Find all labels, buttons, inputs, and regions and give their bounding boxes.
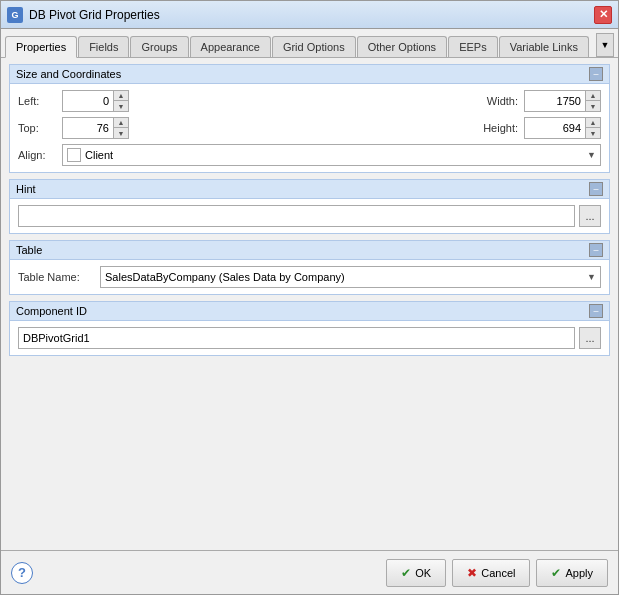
left-spin-up[interactable]: ▲	[114, 91, 128, 101]
height-spin-up[interactable]: ▲	[586, 118, 600, 128]
top-input[interactable]	[63, 118, 113, 138]
tab-dropdown-button[interactable]: ▼	[596, 33, 614, 57]
cancel-label: Cancel	[481, 567, 515, 579]
tab-grid-options[interactable]: Grid Options	[272, 36, 356, 57]
window-icon: G	[7, 7, 23, 23]
size-section-collapse[interactable]: –	[589, 67, 603, 81]
component-id-row: ...	[18, 327, 601, 349]
size-section-body: Left: ▲ ▼ Width:	[9, 84, 610, 173]
hint-section: Hint – ...	[9, 179, 610, 234]
top-spin-down[interactable]: ▼	[114, 128, 128, 138]
window-title: DB Pivot Grid Properties	[29, 8, 160, 22]
cancel-icon: ✖	[467, 566, 477, 580]
tab-fields[interactable]: Fields	[78, 36, 129, 57]
align-label: Align:	[18, 149, 56, 161]
table-name-dropdown-arrow: ▼	[587, 272, 596, 282]
ok-label: OK	[415, 567, 431, 579]
table-name-row: Table Name: SalesDataByCompany (Sales Da…	[18, 266, 601, 288]
component-dots-button[interactable]: ...	[579, 327, 601, 349]
table-section-title: Table	[16, 244, 42, 256]
left-input[interactable]	[63, 91, 113, 111]
tab-eeps[interactable]: EEPs	[448, 36, 498, 57]
hint-section-title: Hint	[16, 183, 36, 195]
content-area: Size and Coordinates – Left: ▲ ▼	[1, 58, 618, 550]
left-label: Left:	[18, 95, 56, 107]
component-section: Component ID – ...	[9, 301, 610, 356]
left-spin-buttons: ▲ ▼	[113, 91, 128, 111]
component-section-body: ...	[9, 321, 610, 356]
table-section-header: Table –	[9, 240, 610, 260]
left-width-row: Left: ▲ ▼ Width:	[18, 90, 601, 112]
height-input[interactable]	[525, 118, 585, 138]
apply-label: Apply	[565, 567, 593, 579]
cancel-button[interactable]: ✖ Cancel	[452, 559, 530, 587]
top-spin-buttons: ▲ ▼	[113, 118, 128, 138]
table-name-select[interactable]: SalesDataByCompany (Sales Data by Compan…	[100, 266, 601, 288]
component-section-header: Component ID –	[9, 301, 610, 321]
align-row: Align: Client ▼	[18, 144, 601, 166]
height-spin-down[interactable]: ▼	[586, 128, 600, 138]
apply-button[interactable]: ✔ Apply	[536, 559, 608, 587]
tab-groups[interactable]: Groups	[130, 36, 188, 57]
footer-left: ?	[11, 562, 33, 584]
tab-variable-links[interactable]: Variable Links	[499, 36, 589, 57]
height-group: Height: ▲ ▼	[313, 117, 602, 139]
table-section-body: Table Name: SalesDataByCompany (Sales Da…	[9, 260, 610, 295]
width-input-spin: ▲ ▼	[524, 90, 601, 112]
tab-appearance[interactable]: Appearance	[190, 36, 271, 57]
component-id-input[interactable]	[18, 327, 575, 349]
footer: ? ✔ OK ✖ Cancel ✔ Apply	[1, 550, 618, 594]
title-bar-left: G DB Pivot Grid Properties	[7, 7, 160, 23]
tab-bar: Properties Fields Groups Appearance Grid…	[1, 29, 618, 58]
hint-section-body: ...	[9, 199, 610, 234]
table-name-label: Table Name:	[18, 271, 94, 283]
hint-section-header: Hint –	[9, 179, 610, 199]
top-height-row: Top: ▲ ▼ Height:	[18, 117, 601, 139]
table-section: Table – Table Name: SalesDataByCompany (…	[9, 240, 610, 295]
tab-properties[interactable]: Properties	[5, 36, 77, 58]
width-group: Width: ▲ ▼	[313, 90, 602, 112]
top-input-spin: ▲ ▼	[62, 117, 129, 139]
size-section: Size and Coordinates – Left: ▲ ▼	[9, 64, 610, 173]
table-name-value: SalesDataByCompany (Sales Data by Compan…	[105, 271, 587, 283]
top-spin-up[interactable]: ▲	[114, 118, 128, 128]
close-button[interactable]: ✕	[594, 6, 612, 24]
footer-right: ✔ OK ✖ Cancel ✔ Apply	[386, 559, 608, 587]
left-input-spin: ▲ ▼	[62, 90, 129, 112]
left-spin-down[interactable]: ▼	[114, 101, 128, 111]
height-input-spin: ▲ ▼	[524, 117, 601, 139]
align-dropdown-arrow: ▼	[587, 150, 596, 160]
apply-icon: ✔	[551, 566, 561, 580]
top-label: Top:	[18, 122, 56, 134]
width-input[interactable]	[525, 91, 585, 111]
hint-row: ...	[18, 205, 601, 227]
align-select[interactable]: Client ▼	[62, 144, 601, 166]
table-section-collapse[interactable]: –	[589, 243, 603, 257]
align-color-box	[67, 148, 81, 162]
ok-button[interactable]: ✔ OK	[386, 559, 446, 587]
hint-dots-button[interactable]: ...	[579, 205, 601, 227]
left-group: Left: ▲ ▼	[18, 90, 307, 112]
tab-other-options[interactable]: Other Options	[357, 36, 447, 57]
height-label: Height:	[483, 122, 518, 134]
top-group: Top: ▲ ▼	[18, 117, 307, 139]
height-spin-buttons: ▲ ▼	[585, 118, 600, 138]
width-spin-down[interactable]: ▼	[586, 101, 600, 111]
hint-section-collapse[interactable]: –	[589, 182, 603, 196]
width-spin-buttons: ▲ ▼	[585, 91, 600, 111]
hint-input[interactable]	[18, 205, 575, 227]
width-label: Width:	[487, 95, 518, 107]
align-value: Client	[85, 149, 587, 161]
size-section-title: Size and Coordinates	[16, 68, 121, 80]
help-button[interactable]: ?	[11, 562, 33, 584]
size-section-header: Size and Coordinates –	[9, 64, 610, 84]
width-spin-up[interactable]: ▲	[586, 91, 600, 101]
title-bar: G DB Pivot Grid Properties ✕	[1, 1, 618, 29]
main-window: G DB Pivot Grid Properties ✕ Properties …	[0, 0, 619, 595]
ok-icon: ✔	[401, 566, 411, 580]
component-section-title: Component ID	[16, 305, 87, 317]
component-section-collapse[interactable]: –	[589, 304, 603, 318]
